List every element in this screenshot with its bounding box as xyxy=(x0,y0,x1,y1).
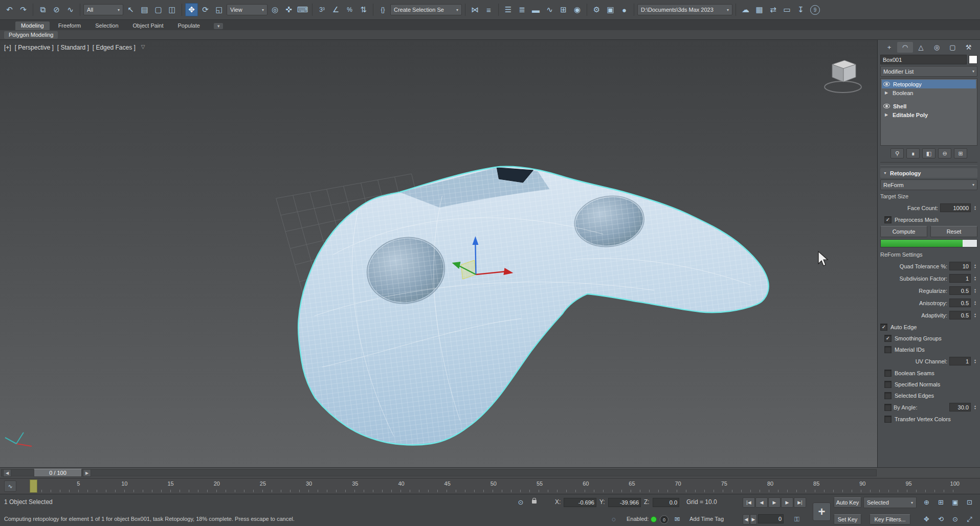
add-key-button[interactable]: + xyxy=(813,502,831,521)
regularize-spinner[interactable]: ▲▼ xyxy=(973,288,977,293)
by-angle-checkbox[interactable] xyxy=(884,404,892,411)
mute-notifications-icon[interactable]: ◌ xyxy=(609,514,619,524)
unlink-selection-icon[interactable]: ⊘ xyxy=(50,3,63,16)
keyboard-shortcut-override-icon[interactable]: ⌨ xyxy=(296,3,309,16)
named-selection-set-dropdown[interactable]: Create Selection Se ▾ xyxy=(390,4,462,15)
object-name-field[interactable]: Box001 xyxy=(880,55,967,64)
select-and-scale-icon[interactable]: ◱ xyxy=(213,3,226,16)
uv-channel-spinner[interactable]: ▲▼ xyxy=(973,359,977,364)
modifier-retopology[interactable]: Retopology xyxy=(882,80,976,88)
select-and-move-icon[interactable]: ✥ xyxy=(185,3,198,16)
toggle-scene-explorer-icon[interactable]: ☰ xyxy=(502,3,515,16)
make-unique-icon[interactable]: ◧ xyxy=(922,148,936,158)
compute-button[interactable]: Compute xyxy=(880,226,927,237)
orbit-icon[interactable]: ⟲ xyxy=(935,514,947,524)
isolate-selection-icon[interactable]: ⊙ xyxy=(516,497,526,508)
play-animation-icon[interactable]: ▶ xyxy=(768,497,781,508)
current-frame-field[interactable]: 0 xyxy=(758,514,784,523)
select-and-link-icon[interactable]: ⧉ xyxy=(36,3,49,16)
hierarchy-tab-icon[interactable]: △ xyxy=(913,42,929,53)
reference-coordinate-dropdown[interactable]: View ▾ xyxy=(227,4,268,15)
modify-tab-icon[interactable]: ◠ xyxy=(897,42,913,53)
anisotropy-field[interactable]: 0.5 xyxy=(949,299,971,307)
redo-icon[interactable]: ↷ xyxy=(17,3,30,16)
rendered-frame-window-icon[interactable]: ▣ xyxy=(604,3,617,16)
material-editor-icon[interactable]: ◉ xyxy=(571,3,584,16)
maximize-viewport-icon[interactable]: ⤢ xyxy=(964,514,975,524)
angle-snap-toggle-icon[interactable]: ∠ xyxy=(329,3,342,16)
snaps-toggle-icon[interactable]: 3³ xyxy=(316,3,328,16)
boolean-seams-checkbox[interactable] xyxy=(884,370,892,377)
schematic-view-icon[interactable]: ⊞ xyxy=(557,3,570,16)
retopology-mode-dropdown[interactable]: ReForm ▾ xyxy=(880,179,977,190)
render-gallery-icon[interactable]: ▦ xyxy=(753,3,766,16)
perspective-viewport[interactable]: [+] [ Perspective ] [ Standard ] [ Edged… xyxy=(0,40,878,467)
object-color-swatch[interactable] xyxy=(969,55,977,64)
track-bar[interactable]: ∿ 0 5 10 15 20 25 30 35 40 45 50 55 60 6… xyxy=(0,478,980,494)
visibility-eye-icon[interactable] xyxy=(883,82,890,86)
mini-curve-editor-icon[interactable]: ∿ xyxy=(4,481,16,492)
show-end-result-icon[interactable]: ∎ xyxy=(906,148,920,158)
pan-icon[interactable]: ✥ xyxy=(921,514,932,524)
viewport-menu-pov[interactable]: [ Perspective ] xyxy=(15,44,54,51)
render-setup-icon[interactable]: ⚙ xyxy=(590,3,603,16)
notification-badge[interactable]: 9 xyxy=(810,5,820,15)
regularize-field[interactable]: 0.5 xyxy=(949,286,971,295)
render-in-cloud-icon[interactable]: ☁ xyxy=(739,3,752,16)
face-count-field[interactable]: 10000 xyxy=(940,203,971,212)
y-coordinate-field[interactable]: -39.966 xyxy=(608,498,641,507)
create-tab-icon[interactable]: + xyxy=(881,42,897,53)
adaptivity-spinner[interactable]: ▲▼ xyxy=(973,313,977,318)
modifier-list-dropdown[interactable]: Modifier List ▾ xyxy=(880,66,977,77)
tab-object-paint[interactable]: Object Paint xyxy=(127,21,169,30)
zoom-all-icon[interactable]: ⊞ xyxy=(935,497,947,508)
toggle-layer-explorer-icon[interactable]: ≣ xyxy=(516,3,528,16)
undo-icon[interactable]: ↶ xyxy=(3,3,16,16)
zoom-extents-icon[interactable]: ▣ xyxy=(949,497,961,508)
next-frame-icon[interactable]: ▶ xyxy=(83,469,91,477)
expand-arrow-icon[interactable]: ▶ xyxy=(883,90,889,95)
selected-edges-checkbox[interactable] xyxy=(884,392,892,399)
selection-filter-dropdown[interactable]: All ▾ xyxy=(83,4,123,15)
utilities-tab-icon[interactable]: ⚒ xyxy=(961,42,976,53)
notification-count-badge[interactable]: 0 xyxy=(660,515,669,524)
x-coordinate-field[interactable]: -0.696 xyxy=(564,498,596,507)
viewport-menu-shading[interactable]: [ Standard ] xyxy=(57,44,89,51)
time-slider-handle[interactable]: 0 / 100 xyxy=(34,469,82,477)
tab-selection[interactable]: Selection xyxy=(90,21,124,30)
edit-named-selection-sets-icon[interactable]: {} xyxy=(376,3,389,16)
go-to-start-icon[interactable]: |◀ xyxy=(743,497,755,508)
toggle-ribbon-icon[interactable]: ▬ xyxy=(529,3,542,16)
mirror-icon[interactable]: ⋈ xyxy=(469,3,481,16)
specified-normals-checkbox[interactable] xyxy=(884,381,892,388)
key-filters-button[interactable]: Key Filters... xyxy=(870,514,910,524)
reset-button[interactable]: Reset xyxy=(930,226,977,237)
tab-modeling[interactable]: Modeling xyxy=(15,21,50,30)
modifier-editable-poly[interactable]: ▶ Editable Poly xyxy=(882,110,976,119)
retopology-mesh-object[interactable] xyxy=(298,167,769,445)
auto-key-button[interactable]: Auto Key xyxy=(834,497,861,508)
window-crossing-icon[interactable]: ◫ xyxy=(166,3,179,16)
current-frame-marker[interactable] xyxy=(30,479,37,493)
modifier-boolean[interactable]: ▶ Boolean xyxy=(882,88,976,97)
auto-edge-checkbox[interactable]: ✓ xyxy=(880,324,887,331)
retopology-rollout-header[interactable]: ▼ Retopology xyxy=(880,168,977,178)
preprocess-mesh-checkbox[interactable]: ✓ xyxy=(884,216,892,223)
add-time-tag[interactable]: Add Time Tag xyxy=(689,516,724,522)
pin-stack-icon[interactable]: ⚲ xyxy=(890,148,904,158)
subdivision-factor-field[interactable]: 1 xyxy=(949,274,971,283)
project-path-dropdown[interactable]: D:\Documents\3ds Max 2023 ▾ xyxy=(637,4,732,15)
select-by-name-icon[interactable]: ▤ xyxy=(138,3,151,16)
ribbon-minimize-icon[interactable]: ▾ xyxy=(214,23,224,29)
select-and-manipulate-icon[interactable]: ✜ xyxy=(282,3,295,16)
display-tab-icon[interactable]: ▢ xyxy=(945,42,961,53)
spinner-snap-toggle-icon[interactable]: ⇅ xyxy=(357,3,370,16)
motion-tab-icon[interactable]: ◎ xyxy=(929,42,945,53)
by-angle-field[interactable]: 30.0 xyxy=(949,403,971,411)
time-slider-track[interactable] xyxy=(1,469,877,476)
go-to-end-icon[interactable]: ▶| xyxy=(794,497,806,508)
select-and-rotate-icon[interactable]: ⟳ xyxy=(199,3,212,16)
tab-freeform[interactable]: Freeform xyxy=(53,21,87,30)
modifier-shell[interactable]: Shell xyxy=(882,102,976,110)
percent-snap-toggle-icon[interactable]: % xyxy=(343,3,356,16)
